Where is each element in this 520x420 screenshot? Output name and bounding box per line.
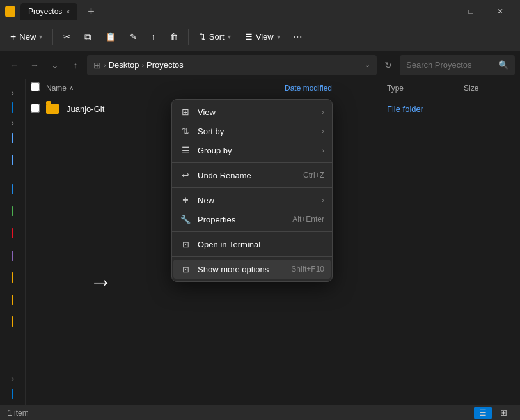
column-date[interactable]: Date modified	[285, 84, 387, 93]
copy-icon: ⧉	[84, 31, 91, 43]
new-button[interactable]: + New ▾	[4, 28, 49, 46]
refresh-button[interactable]: ↻	[379, 56, 397, 74]
column-name[interactable]: Name ∧	[46, 84, 285, 93]
ctx-group-by[interactable]: ☰ Group by ›	[172, 141, 332, 160]
ctx-more-options-shortcut: Shift+F10	[291, 265, 324, 274]
search-icon: 🔍	[498, 60, 508, 70]
ctx-sort-label: Sort by	[198, 127, 315, 136]
ctx-properties-label: Properties	[198, 215, 286, 224]
breadcrumb-desktop: Desktop	[109, 60, 139, 70]
back-button[interactable]: ←	[5, 56, 23, 74]
ctx-view-label: View	[198, 107, 315, 117]
ctx-more-options[interactable]: ⊡ Show more options Shift+F10	[173, 260, 331, 279]
window-controls: — □ ✕	[427, 0, 515, 23]
grid-view-toggle[interactable]: ⊞	[494, 407, 512, 419]
ctx-terminal-icon: ⊡	[180, 238, 191, 250]
ctx-terminal[interactable]: ⊡ Open in Terminal	[172, 235, 332, 254]
sidebar-expand[interactable]: ›	[3, 84, 23, 100]
ctx-view-arrow: ›	[322, 108, 324, 116]
sidebar-accent-orange	[12, 272, 13, 283]
delete-icon: 🗑	[169, 32, 178, 42]
cut-button[interactable]: ✂	[57, 29, 77, 45]
column-name-label: Name	[46, 84, 67, 93]
up-button[interactable]: ↑	[67, 56, 84, 74]
rename-button[interactable]: ✎	[123, 29, 143, 45]
new-icon: +	[10, 31, 16, 43]
tab-proyectos[interactable]: Proyectos ×	[20, 3, 77, 20]
ctx-view-icon: ⊞	[180, 106, 191, 118]
ctx-sort-icon: ⇅	[180, 125, 191, 137]
column-headers: Name ∧ Date modified Type Size	[26, 79, 520, 97]
ctx-sep-1	[172, 162, 332, 163]
breadcrumb-chevron: ⌄	[365, 61, 370, 69]
ctx-properties-shortcut: Alt+Enter	[292, 215, 324, 224]
close-button[interactable]: ✕	[485, 0, 515, 23]
ctx-new[interactable]: + New ›	[172, 191, 332, 210]
ctx-more-options-icon: ⊡	[180, 263, 191, 275]
new-tab-button[interactable]: +	[83, 5, 100, 19]
pointer-arrow: →	[90, 268, 113, 295]
ctx-sep-4	[172, 256, 332, 257]
ctx-group-arrow: ›	[322, 146, 324, 154]
new-label: New	[19, 32, 36, 42]
minimize-button[interactable]: —	[427, 0, 456, 23]
column-type[interactable]: Type	[387, 84, 464, 93]
share-button[interactable]: ↑	[145, 29, 162, 45]
ctx-view[interactable]: ⊞ View ›	[172, 102, 332, 121]
sort-label: Sort	[209, 32, 225, 42]
context-menu: ⊞ View › ⇅ Sort by › ☰ Group by › ↩ Undo…	[171, 99, 333, 282]
ctx-new-icon: +	[180, 194, 191, 206]
ctx-group-label: Group by	[198, 146, 315, 155]
maximize-button[interactable]: □	[456, 0, 485, 23]
sidebar-expand-2[interactable]: ›	[3, 371, 23, 387]
ctx-properties[interactable]: 🔧 Properties Alt+Enter	[172, 210, 332, 229]
sidebar-accent-light-blue-2	[12, 155, 13, 165]
tab-label: Proyectos	[28, 7, 62, 16]
toolbar-sep-2	[188, 29, 189, 45]
breadcrumb[interactable]: ⊞ › Desktop › Proyectos ⌄	[87, 55, 377, 75]
sidebar-item-1[interactable]: ›	[3, 114, 23, 130]
ctx-new-label: New	[198, 196, 315, 205]
sort-chevron: ▾	[228, 33, 231, 40]
view-toggles: ☰ ⊞	[474, 407, 512, 419]
ctx-sep-3	[172, 231, 332, 232]
ctx-sort-by[interactable]: ⇅ Sort by ›	[172, 121, 332, 141]
list-view-toggle[interactable]: ☰	[474, 407, 492, 419]
file-type-col: File folder	[387, 104, 464, 114]
close-tab-button[interactable]: ×	[66, 8, 70, 15]
share-icon: ↑	[151, 32, 155, 42]
app-icon	[5, 6, 15, 17]
delete-button[interactable]: 🗑	[163, 29, 184, 45]
status-bar: 1 item ☰ ⊞	[0, 405, 520, 420]
sort-indicator: ∧	[69, 84, 74, 91]
ctx-sep-2	[172, 187, 332, 188]
file-checkbox[interactable]	[31, 104, 40, 113]
paste-button[interactable]: 📋	[99, 29, 122, 45]
copy-button[interactable]: ⧉	[78, 28, 98, 46]
ctx-undo-icon: ↩	[180, 169, 191, 181]
paste-icon: 📋	[106, 32, 116, 42]
search-box: 🔍	[400, 55, 515, 75]
expand-button[interactable]: ⌄	[46, 56, 64, 74]
ctx-sort-arrow: ›	[322, 127, 324, 135]
sidebar-accent-blue-2	[12, 184, 13, 194]
select-all-checkbox[interactable]	[31, 82, 40, 91]
item-count: 1 item	[8, 408, 29, 417]
column-date-label: Date modified	[285, 84, 332, 93]
sort-icon: ⇅	[199, 32, 206, 42]
sidebar-accent-blue	[12, 102, 13, 113]
forward-button[interactable]: →	[26, 56, 43, 74]
search-input[interactable]	[406, 60, 494, 70]
sort-button[interactable]: ⇅ Sort ▾	[193, 29, 237, 45]
ctx-group-icon: ☰	[180, 144, 191, 156]
view-icon: ☰	[245, 32, 253, 42]
sidebar: › › ›	[0, 79, 26, 405]
ctx-new-arrow: ›	[322, 196, 324, 204]
breadcrumb-home: ⊞	[93, 60, 101, 70]
view-button[interactable]: ☰ View ▾	[239, 29, 287, 45]
ctx-properties-icon: 🔧	[180, 214, 191, 225]
toolbar-sep-1	[52, 29, 53, 45]
more-options-button[interactable]: ···	[288, 27, 308, 47]
column-size[interactable]: Size	[464, 84, 515, 93]
ctx-undo-rename[interactable]: ↩ Undo Rename Ctrl+Z	[172, 166, 332, 185]
